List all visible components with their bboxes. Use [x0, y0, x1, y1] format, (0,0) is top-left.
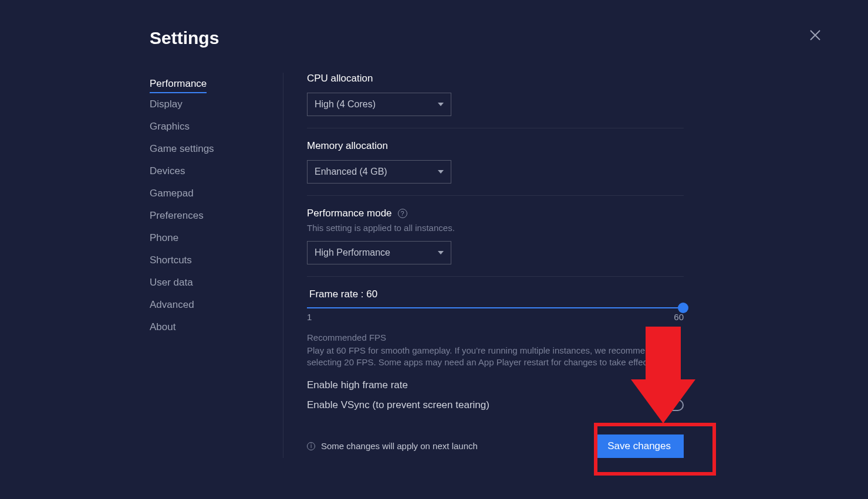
chevron-down-icon	[438, 251, 444, 254]
sidebar-item-shortcuts[interactable]: Shortcuts	[150, 249, 271, 271]
recommended-fps-text: Play at 60 FPS for smooth gameplay. If y…	[307, 345, 684, 369]
sidebar-item-display[interactable]: Display	[150, 93, 271, 116]
frame-rate-label: Frame rate : 60	[309, 288, 684, 300]
footer-note-text: Some changes will apply on next launch	[321, 441, 478, 451]
sidebar-item-devices[interactable]: Devices	[150, 160, 271, 182]
sidebar-item-about[interactable]: About	[150, 316, 271, 338]
help-icon[interactable]: ?	[398, 209, 407, 218]
sidebar-item-phone[interactable]: Phone	[150, 227, 271, 249]
memory-allocation-dropdown[interactable]: Enhanced (4 GB)	[307, 160, 451, 184]
chevron-down-icon	[438, 103, 444, 106]
frame-rate-max: 60	[674, 312, 684, 322]
sidebar-item-graphics[interactable]: Graphics	[150, 116, 271, 138]
frame-rate-min: 1	[307, 312, 312, 322]
settings-content: CPU allocation High (4 Cores) Memory all…	[283, 73, 684, 458]
frame-rate-slider[interactable]	[307, 307, 684, 308]
enable-vsync-label: Enable VSync (to prevent screen tearing)	[307, 399, 489, 411]
slider-thumb[interactable]	[678, 303, 688, 313]
page-title: Settings	[150, 28, 868, 48]
info-icon: i	[307, 442, 315, 450]
cpu-allocation-dropdown[interactable]: High (4 Cores)	[307, 93, 451, 116]
vsync-toggle[interactable]	[661, 399, 684, 411]
save-changes-button[interactable]: Save changes	[595, 434, 684, 458]
sidebar-item-game-settings[interactable]: Game settings	[150, 138, 271, 160]
close-button[interactable]	[808, 28, 822, 42]
sidebar-item-advanced[interactable]: Advanced	[150, 294, 271, 316]
cpu-allocation-value: High (4 Cores)	[315, 99, 376, 110]
toggle-knob	[663, 401, 671, 409]
sidebar-item-preferences[interactable]: Preferences	[150, 205, 271, 227]
performance-mode-hint: This setting is applied to all instances…	[307, 223, 684, 233]
cpu-allocation-label: CPU allocation	[307, 73, 684, 84]
performance-mode-dropdown[interactable]: High Performance	[307, 241, 451, 264]
memory-allocation-label: Memory allocation	[307, 140, 684, 152]
recommended-fps-title: Recommended FPS	[307, 332, 684, 342]
sidebar-item-performance[interactable]: Performance	[150, 73, 207, 93]
sidebar-item-user-data[interactable]: User data	[150, 271, 271, 294]
memory-allocation-value: Enhanced (4 GB)	[315, 167, 387, 177]
performance-mode-value: High Performance	[315, 247, 390, 258]
performance-mode-label: Performance mode	[307, 208, 392, 219]
enable-high-frame-rate-label: Enable high frame rate	[307, 379, 408, 391]
chevron-down-icon	[438, 170, 444, 174]
sidebar-item-gamepad[interactable]: Gamepad	[150, 182, 271, 205]
settings-sidebar: Performance Display Graphics Game settin…	[150, 73, 283, 458]
